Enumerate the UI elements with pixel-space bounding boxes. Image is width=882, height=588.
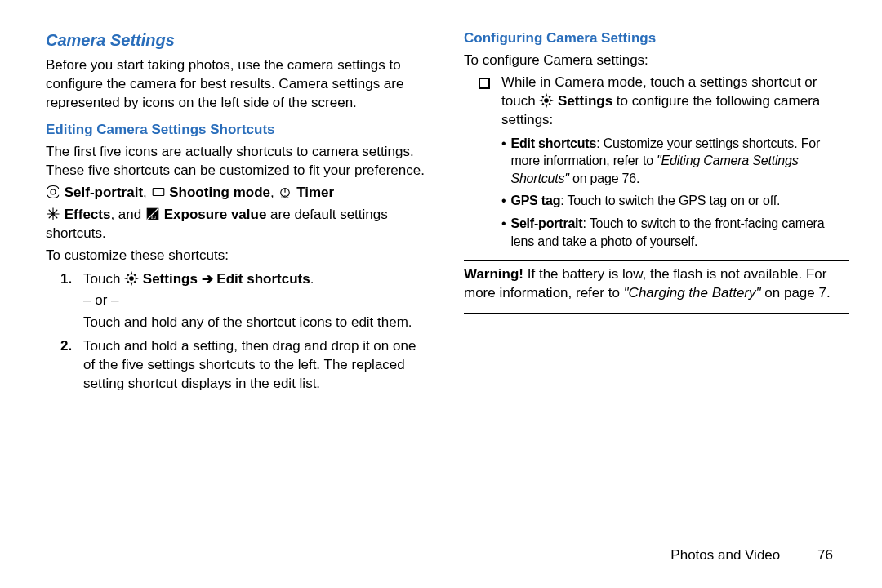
customize-lead: To customize these shortcuts: bbox=[46, 247, 431, 265]
svg-text:0.0: 0.0 bbox=[151, 216, 157, 220]
effects-icon bbox=[46, 207, 60, 221]
step-2: 2. Touch and hold a setting, then drag a… bbox=[60, 337, 431, 394]
label-shooting-mode: Shooting mode bbox=[169, 185, 270, 200]
svg-rect-1 bbox=[153, 188, 164, 195]
label-effects: Effects bbox=[65, 207, 111, 222]
warning-label: Warning! bbox=[464, 266, 523, 282]
page-footer: Photos and Video 76 bbox=[0, 547, 882, 564]
cross-ref-charging-battery: "Charging the Battery" bbox=[624, 285, 761, 301]
step-1-alt: Touch and hold any of the shortcut icons… bbox=[83, 314, 431, 332]
label-timer: Timer bbox=[296, 185, 334, 200]
svg-point-6 bbox=[130, 276, 134, 280]
square-bullet-icon bbox=[479, 78, 490, 89]
horizontal-rule bbox=[464, 313, 849, 314]
default-shortcuts-line: Self-portrait, Shooting mode, OFF Timer bbox=[46, 184, 431, 203]
label-self-portrait: Self-portrait bbox=[510, 216, 582, 230]
gear-icon bbox=[124, 271, 139, 286]
disc-item-gps-tag: • GPS tag: Touch to switch the GPS tag o… bbox=[501, 192, 849, 210]
warning-paragraph: Warning! If the battery is low, the flas… bbox=[464, 265, 849, 303]
label-self-portrait: Self-portrait bbox=[65, 185, 143, 200]
self-portrait-icon bbox=[46, 185, 60, 199]
configure-lead: To configure Camera settings: bbox=[464, 51, 849, 70]
label-settings: Settings bbox=[558, 93, 612, 109]
svg-point-0 bbox=[51, 189, 56, 194]
default-shortcuts-line-2: Effects, and 0.0 Exposure value are defa… bbox=[46, 206, 431, 243]
heading-camera-settings: Camera Settings bbox=[46, 29, 431, 51]
timer-icon: OFF bbox=[278, 185, 292, 199]
left-column: Camera Settings Before you start taking … bbox=[46, 29, 431, 523]
horizontal-rule bbox=[464, 260, 849, 261]
editing-shortcuts-paragraph: The first five icons are actually shortc… bbox=[46, 143, 431, 180]
label-exposure-value: Exposure value bbox=[164, 207, 267, 222]
intro-paragraph: Before you start taking photos, use the … bbox=[46, 56, 431, 113]
label-edit-shortcuts: Edit shortcuts bbox=[216, 271, 310, 287]
shooting-mode-icon bbox=[151, 185, 166, 199]
svg-point-7 bbox=[545, 99, 549, 103]
label-settings: Settings bbox=[143, 271, 198, 287]
subheading-configuring: Configuring Camera Settings bbox=[464, 29, 849, 48]
svg-text:OFF: OFF bbox=[282, 195, 289, 199]
disc-item-edit-shortcuts: • Edit shortcuts: Customize your setting… bbox=[501, 135, 849, 188]
step-number-2: 2. bbox=[60, 337, 83, 394]
step-1: 1. Touch Settings ➔ Edit shortcuts. bbox=[60, 270, 431, 289]
footer-section: Photos and Video bbox=[670, 547, 780, 563]
subheading-editing-shortcuts: Editing Camera Settings Shortcuts bbox=[46, 121, 431, 140]
gear-icon bbox=[539, 93, 554, 108]
step-number-1: 1. bbox=[60, 270, 83, 289]
footer-page-number: 76 bbox=[800, 547, 833, 564]
step-1-or: – or – bbox=[83, 292, 431, 310]
label-gps-tag: GPS tag bbox=[510, 194, 560, 207]
label-edit-shortcuts: Edit shortcuts bbox=[510, 136, 596, 150]
square-bullet-item: While in Camera mode, touch a settings s… bbox=[479, 74, 849, 130]
disc-item-self-portrait: • Self-portrait: Touch to switch to the … bbox=[501, 215, 849, 250]
exposure-value-icon: 0.0 bbox=[145, 207, 160, 221]
right-column: Configuring Camera Settings To configure… bbox=[464, 29, 849, 523]
